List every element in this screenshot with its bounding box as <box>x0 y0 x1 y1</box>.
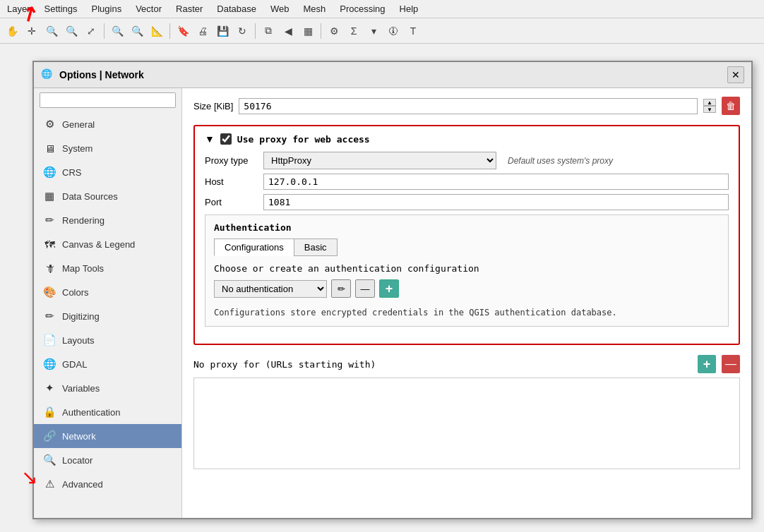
data-sources-icon: ▦ <box>42 189 56 203</box>
size-label: Size [KiB] <box>193 101 233 111</box>
toolbar-pan[interactable]: ✋ <box>3 22 21 40</box>
proxy-port-label: Port <box>205 197 258 207</box>
toolbar-zoom-out[interactable]: 🔍 <box>62 22 80 40</box>
toolbar-zoom-in[interactable]: 🔍 <box>42 22 61 40</box>
menubar: Layer Settings Plugins Vector Raster Dat… <box>0 0 764 18</box>
toolbar-layers[interactable]: ▦ <box>299 22 317 40</box>
toolbar-zoom-full[interactable]: ⤢ <box>82 22 100 40</box>
sidebar-item-locator[interactable]: 🔍 Locator <box>34 448 181 472</box>
sidebar-item-general[interactable]: ⚙ General <box>34 112 181 136</box>
sidebar-item-canvas-legend[interactable]: 🗺 Canvas & Legend <box>34 232 181 256</box>
size-input[interactable] <box>239 98 698 114</box>
auth-dropdown-row: No authentication ✏ — + <box>214 279 720 298</box>
menu-database[interactable]: Database <box>214 2 259 16</box>
sidebar-item-gdal[interactable]: 🌐 GDAL <box>34 352 181 376</box>
no-proxy-remove-button[interactable]: — <box>722 355 740 373</box>
toolbar-settings[interactable]: ⚙ <box>325 22 343 40</box>
sidebar-item-colors[interactable]: 🎨 Colors <box>34 280 181 304</box>
proxy-expand-icon[interactable]: ▼ <box>205 133 215 145</box>
auth-add-button[interactable]: + <box>379 279 399 298</box>
network-icon: 🔗 <box>42 429 56 443</box>
auth-choose-label: Choose or create an authentication confi… <box>214 263 720 274</box>
toolbar-print[interactable]: 🖨 <box>193 22 212 40</box>
dialog-body: ⚙ General 🖥 System 🌐 CRS ▦ Data Sources … <box>34 88 751 518</box>
sidebar: ⚙ General 🖥 System 🌐 CRS ▦ Data Sources … <box>34 88 182 518</box>
no-proxy-add-button[interactable]: + <box>698 355 716 373</box>
sidebar-search-input[interactable] <box>40 92 176 108</box>
menu-vector[interactable]: Vector <box>133 2 165 16</box>
auth-description: Configurations store encrypted credentia… <box>214 306 720 319</box>
proxy-port-input[interactable] <box>263 194 729 210</box>
auth-edit-button[interactable]: ✏ <box>331 279 351 298</box>
toolbar-search[interactable]: 🔍 <box>108 22 126 40</box>
sidebar-item-locator-label: Locator <box>62 455 92 466</box>
sidebar-item-system[interactable]: 🖥 System <box>34 136 181 160</box>
proxy-type-select[interactable]: HttpProxy Socks5Proxy DefaultProxy NoPro… <box>263 152 496 169</box>
dialog-icon: 🌐 <box>41 68 54 81</box>
proxy-port-row: Port <box>205 194 729 210</box>
toolbar: ✋ ✛ 🔍 🔍 ⤢ 🔍 🔍 📐 🔖 🖨 💾 ↻ ⧉ ◀ ▦ ⚙ Σ ▾ 🛈 T <box>0 18 764 44</box>
toolbar-refresh[interactable]: ↻ <box>233 22 251 40</box>
authentication-icon: 🔒 <box>42 405 56 419</box>
proxy-host-input[interactable] <box>263 174 729 190</box>
toolbar-text[interactable]: T <box>404 22 422 40</box>
sidebar-item-rendering[interactable]: ✏ Rendering <box>34 208 181 232</box>
proxy-host-row: Host <box>205 174 729 190</box>
sidebar-item-network-label: Network <box>62 431 96 442</box>
toolbar-arrow-left[interactable]: ◀ <box>279 22 297 40</box>
proxy-type-row: Proxy type HttpProxy Socks5Proxy Default… <box>205 152 729 169</box>
menu-plugins[interactable]: Plugins <box>89 2 125 16</box>
gdal-icon: 🌐 <box>42 357 56 371</box>
sidebar-item-crs-label: CRS <box>62 167 81 178</box>
size-spin-down[interactable]: ▼ <box>703 106 716 113</box>
menu-web[interactable]: Web <box>268 2 292 16</box>
sidebar-item-digitizing[interactable]: ✏ Digitizing <box>34 304 181 328</box>
sidebar-item-gdal-label: GDAL <box>62 359 87 370</box>
tab-configurations[interactable]: Configurations <box>214 238 294 256</box>
size-delete-button[interactable]: 🗑 <box>722 97 740 115</box>
menu-help[interactable]: Help <box>397 2 422 16</box>
no-proxy-list[interactable] <box>193 377 740 469</box>
no-proxy-label: No proxy for (URLs starting with) <box>193 359 692 370</box>
sidebar-item-crs[interactable]: 🌐 CRS <box>34 160 181 184</box>
sidebar-item-advanced[interactable]: ⚠ Advanced <box>34 472 181 496</box>
toolbar-identify[interactable]: 🔍 <box>128 22 146 40</box>
sidebar-item-data-sources[interactable]: ▦ Data Sources <box>34 184 181 208</box>
toolbar-bookmark[interactable]: 🔖 <box>174 22 192 40</box>
layouts-icon: 📄 <box>42 333 56 347</box>
menu-mesh[interactable]: Mesh <box>300 2 328 16</box>
menu-layer[interactable]: Layer <box>4 2 33 16</box>
toolbar-more[interactable]: ▾ <box>364 22 383 40</box>
tab-basic[interactable]: Basic <box>294 238 338 256</box>
no-proxy-section: No proxy for (URLs starting with) + — <box>193 355 740 469</box>
menu-raster[interactable]: Raster <box>173 2 205 16</box>
toolbar-measure[interactable]: 📐 <box>148 22 166 40</box>
toolbar-save[interactable]: 💾 <box>213 22 232 40</box>
toolbar-filter[interactable]: ⧉ <box>259 22 277 40</box>
canvas-legend-icon: 🗺 <box>42 237 56 251</box>
toolbar-calc[interactable]: Σ <box>345 22 363 40</box>
toolbar-sep1 <box>104 23 105 39</box>
proxy-title: Use proxy for web access <box>237 134 370 145</box>
sidebar-item-map-tools[interactable]: 🗡 Map Tools <box>34 256 181 280</box>
menu-settings[interactable]: Settings <box>42 2 80 16</box>
toolbar-info[interactable]: 🛈 <box>384 22 402 40</box>
sidebar-item-system-label: System <box>62 143 92 154</box>
sidebar-item-map-tools-label: Map Tools <box>62 263 104 274</box>
auth-tabs: Configurations Basic <box>214 238 720 256</box>
sidebar-item-network[interactable]: 🔗 Network <box>34 424 181 448</box>
sidebar-item-layouts[interactable]: 📄 Layouts <box>34 328 181 352</box>
menu-processing[interactable]: Processing <box>337 2 388 16</box>
map-tools-icon: 🗡 <box>42 261 56 275</box>
sidebar-item-authentication[interactable]: 🔒 Authentication <box>34 400 181 424</box>
size-spin-up[interactable]: ▲ <box>703 99 716 106</box>
proxy-checkbox[interactable] <box>220 133 232 145</box>
sidebar-item-variables[interactable]: ✦ Variables <box>34 376 181 400</box>
proxy-host-label: Host <box>205 176 258 187</box>
sidebar-item-colors-label: Colors <box>62 287 89 298</box>
proxy-type-hint: Default uses system's proxy <box>508 156 613 166</box>
auth-remove-button[interactable]: — <box>355 279 375 298</box>
auth-config-select[interactable]: No authentication <box>214 280 327 298</box>
close-button[interactable]: ✕ <box>727 66 744 83</box>
toolbar-select[interactable]: ✛ <box>23 22 41 40</box>
